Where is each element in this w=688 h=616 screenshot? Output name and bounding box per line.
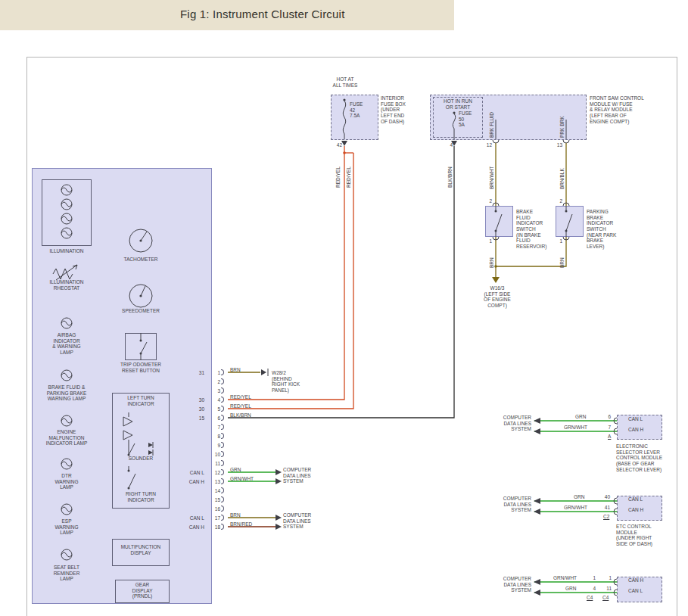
bottom-connector-ref-a: C4 <box>587 595 593 601</box>
etc-connector-ref: C2 <box>603 514 609 520</box>
computer-data-lines-label-3: COMPUTER DATA LINES SYSTEM <box>490 415 531 432</box>
hot-in-run-label: HOT IN RUN OR START <box>433 98 483 110</box>
cluster-pin-row: 304RED/YEL <box>180 395 271 404</box>
cluster-pin-row: 305RED/YEL <box>180 404 271 413</box>
trip-odometer-button-box <box>125 333 157 360</box>
park-switch-pin2-label: 2 <box>555 198 562 204</box>
sam-pin-12-label: 12 <box>481 142 492 148</box>
selector-can-h-label: CAN H <box>628 427 643 433</box>
bottom-pin-1b-label: 1 <box>604 575 612 581</box>
cluster-pin-rows: 311BRN23304RED/YEL305RED/YEL156BLK/BRN78… <box>180 368 271 531</box>
tachometer-label: TACHOMETER <box>111 257 171 263</box>
prk-brk-label: PRK BRK <box>559 98 567 138</box>
wire-label-grn-wht-etc: GRN/WHT <box>564 505 587 511</box>
brake-switch-pin2-label: 2 <box>484 198 492 204</box>
brake-warning-lamp-label: BRAKE FLUID & PARKING BRAKE WARNING LAMP <box>36 384 97 402</box>
computer-data-lines-label-1: COMPUTER DATA LINES SYSTEM <box>283 467 321 484</box>
sam-pin-13-label: 13 <box>552 142 562 148</box>
cluster-pin-row: 14 <box>180 486 271 495</box>
wire-label-brn-right: BRN <box>559 241 567 268</box>
fuse-42-pin-label: 42 <box>333 142 342 148</box>
park-brake-switch-box <box>556 206 584 237</box>
cluster-pin-row: 15 <box>180 495 271 504</box>
wire-label-grn-etc: GRN <box>574 494 584 500</box>
splice-w28-2-label: W28/2 (BEHIND RIGHT KICK PANEL) <box>272 370 311 394</box>
esp-lamp-label: ESP WARNING LAMP <box>36 518 97 536</box>
cluster-pin-row: CAN L12GRN <box>180 468 271 477</box>
wire-label-blk-brn: BLK/BRN <box>447 150 455 188</box>
multifunction-display-label: MULTIFUNCTION DISPLAY <box>112 544 170 555</box>
etc-module-label: ETC CONTROL MODULE (UNDER RIGHT SIDE OF … <box>616 524 663 547</box>
selector-pin-7-label: 7 <box>603 425 611 431</box>
etc-can-h-label: CAN H <box>628 507 643 513</box>
seat-belt-lamp-label: SEAT BELT REMINDER LAMP <box>36 565 97 582</box>
etc-pin-40-label: 40 <box>599 494 610 500</box>
cluster-pin-row: 11 <box>180 459 271 468</box>
rheostat-label: ILLUMINATION RHEOSTAT <box>36 279 97 291</box>
fuse-42-label: FUSE 42 7.5A <box>350 101 363 119</box>
cluster-pin-row: 2 <box>180 377 271 386</box>
park-switch-label: PARKING BRAKE INDICATOR SWITCH (NEAR PAR… <box>587 209 624 250</box>
brake-switch-label: BRAKE FLUID INDICATOR SWITCH (IN BRAKE F… <box>516 209 554 250</box>
brake-fluid-switch-box <box>485 206 513 237</box>
bottom-can-h-label: CAN H <box>628 577 643 583</box>
selector-connector-ref: A <box>608 434 611 440</box>
selector-module-label: ELECTRONIC SELECTOR LEVER CONTROL MODULE… <box>616 443 663 472</box>
cluster-pin-row: CAN H18BRN/RED <box>180 522 271 531</box>
cluster-pin-row: CAN L17BRN <box>180 513 271 522</box>
dtr-lamp-label: DTR WARNING LAMP <box>36 473 97 490</box>
interior-fuse-box-label: INTERIOR FUSE BOX (UNDER LEFT END OF DAS… <box>381 95 426 124</box>
computer-data-lines-label-5: COMPUTER DATA LINES SYSTEM <box>490 576 531 593</box>
speedometer-label: SPEEDOMETER <box>111 308 171 314</box>
wire-label-brn-blk: BRN/BLK <box>559 150 567 189</box>
cluster-pin-row: 9 <box>180 440 271 450</box>
selector-can-l-label: CAN L <box>628 416 643 422</box>
cluster-pin-row: 7 <box>180 422 271 431</box>
wire-label-brn-left: BRN <box>489 241 497 268</box>
bottom-can-l-label: CAN L <box>628 588 643 594</box>
wire-label-brn-wht: BRN/WHT <box>489 150 497 189</box>
cluster-pin-row: 8 <box>180 431 271 440</box>
wire-label-grn-wht-sel: GRN/WHT <box>564 425 587 431</box>
right-turn-label: RIGHT TURN INDICATOR <box>111 491 171 502</box>
cluster-pin-row: CAN H13GRN/WHT <box>180 477 271 486</box>
cluster-pin-row: 10 <box>180 450 271 459</box>
sounder-label: SOUNDER <box>111 456 171 462</box>
airbag-lamp-label: AIRBAG INDICATOR & WARNING LAMP <box>36 332 97 356</box>
etc-pin-41-label: 41 <box>599 505 610 511</box>
illumination-label: ILLUMINATION <box>36 248 97 254</box>
mil-lamp-label: ENGINE MALFUNCTION INDICATOR LAMP <box>36 429 97 446</box>
bottom-connector-ref-b: C4 <box>602 595 609 601</box>
computer-data-lines-label-4: COMPUTER DATA LINES SYSTEM <box>490 496 531 513</box>
trip-button-label: TRIP ODOMETER RESET BUTTON <box>111 362 171 373</box>
wire-label-grn-wht-bot: GRN/WHT <box>553 575 577 581</box>
computer-data-lines-label-2: COMPUTER DATA LINES SYSTEM <box>283 512 321 530</box>
ground-w16-3-label: W16/3 (LEFT SIDE OF ENGINE COMPT) <box>469 285 525 309</box>
cluster-pin-row: 311BRN <box>180 368 271 377</box>
wire-label-grn-sel: GRN <box>575 414 586 420</box>
wiring-diagram-page: Fig 1: Instrument Cluster Circuit <box>0 0 688 616</box>
etc-can-l-label: CAN L <box>628 496 643 502</box>
sam-pin-4-label: 4 <box>444 142 453 148</box>
illumination-lamps-box <box>42 179 92 246</box>
bottom-pin-4-label: 4 <box>588 586 596 592</box>
cluster-pin-row: 16 <box>180 504 271 513</box>
wire-label-grn-bot: GRN <box>565 586 576 592</box>
bottom-pin-1a-label: 1 <box>588 575 596 581</box>
selector-pin-6-label: 6 <box>603 414 611 420</box>
gear-display-label: GEAR DISPLAY (PRNDL) <box>115 582 170 599</box>
wire-label-red-yel-2: RED/YEL <box>346 150 353 188</box>
left-turn-label: LEFT TURN INDICATOR <box>111 395 171 406</box>
bottom-pin-11-label: 11 <box>602 586 612 592</box>
figure-title: Fig 1: Instrument Cluster Circuit <box>180 8 345 20</box>
brk-fluid-label: BRK FLUID <box>489 98 497 138</box>
wire-label-red-yel-1: RED/YEL <box>335 150 343 188</box>
fuse-50-label: FUSE 50 5A <box>459 110 472 128</box>
front-sam-label: FRONT SAM CONTROL MODULE W/ FUSE & RELAY… <box>590 95 658 124</box>
cluster-pin-row: 3 <box>180 386 271 395</box>
hot-at-all-times-label: HOT AT ALL TIMES <box>321 76 369 88</box>
cluster-pin-row: 156BLK/BRN <box>180 413 271 422</box>
